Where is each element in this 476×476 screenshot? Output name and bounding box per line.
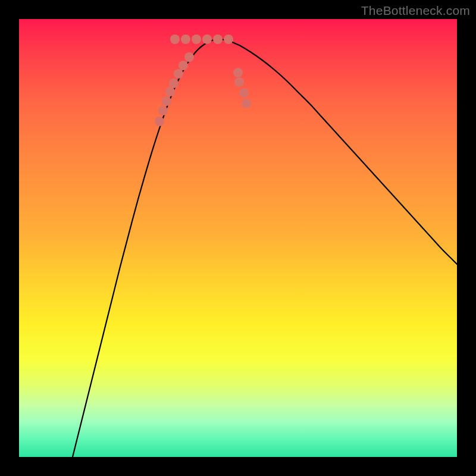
fit-marker: [242, 99, 251, 108]
chart-svg: [19, 19, 457, 457]
bottleneck-curve: [73, 39, 457, 457]
fit-marker: [192, 35, 201, 44]
fit-marker: [239, 88, 249, 98]
fit-marker: [213, 35, 223, 44]
fit-marker: [162, 96, 171, 106]
fit-marker: [224, 35, 233, 44]
fit-marker: [169, 79, 178, 88]
marker-group: [155, 35, 251, 126]
fit-marker: [170, 35, 180, 44]
fit-marker: [184, 52, 194, 62]
chart-frame: TheBottleneck.com: [0, 0, 476, 476]
fit-marker: [178, 61, 188, 70]
watermark-text: TheBottleneck.com: [361, 4, 470, 18]
fit-marker: [158, 106, 168, 115]
fit-marker: [234, 77, 244, 87]
fit-marker: [165, 87, 175, 96]
fit-marker: [155, 117, 164, 126]
fit-marker: [233, 68, 243, 77]
fit-marker: [202, 35, 212, 44]
fit-marker: [174, 69, 183, 79]
fit-marker: [181, 35, 190, 44]
chart-plot-area: [19, 19, 457, 457]
